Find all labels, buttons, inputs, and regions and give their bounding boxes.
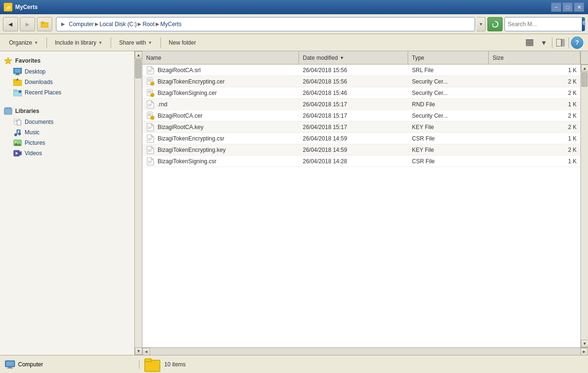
sort-arrow: ▼	[340, 56, 344, 60]
up-button[interactable]	[37, 17, 52, 31]
col-header-type[interactable]: Type	[408, 51, 489, 64]
svg-rect-61	[148, 113, 151, 114]
minimize-button[interactable]: −	[551, 2, 561, 12]
toolbar: Organize ▼ Include in library ▼ Share wi…	[0, 34, 588, 51]
table-row[interactable]: BizagiTokenEncrypting.cer 26/04/2018 15:…	[142, 76, 580, 87]
include-library-label: Include in library	[55, 39, 96, 46]
status-sidebar-computer[interactable]: Computer	[5, 360, 140, 369]
file-size-cell: 2 K	[489, 147, 580, 153]
svg-rect-26	[17, 120, 21, 125]
file-date-cell: 26/04/2018 15:17	[299, 124, 408, 131]
svg-rect-14	[13, 80, 22, 86]
file-date-cell: 26/04/2018 15:46	[299, 90, 408, 96]
file-type-cell: KEY File	[408, 147, 489, 153]
svg-rect-3	[526, 39, 533, 41]
include-library-button[interactable]: Include in library ▼	[51, 37, 107, 49]
h-scroll-left[interactable]: ◄	[142, 348, 150, 355]
file-name-cell: BizagiRootCA.key	[142, 123, 299, 131]
back-button[interactable]: ◄	[3, 17, 18, 31]
status-item-count: 10 items	[164, 361, 186, 368]
maximize-button[interactable]: □	[562, 2, 573, 12]
svg-rect-69	[148, 128, 152, 128]
search-box[interactable]: 🔍	[504, 17, 585, 31]
svg-rect-58	[148, 105, 152, 105]
table-row[interactable]: BizagiRootCA.cer 26/04/2018 15:17 Securi…	[142, 110, 580, 121]
file-scroll-down[interactable]: ▼	[581, 340, 588, 347]
file-name: BizagiTokenEncrypting.key	[158, 147, 225, 153]
sidebar-item-downloads[interactable]: Downloads	[0, 77, 134, 87]
col-header-size[interactable]: Size	[489, 51, 580, 64]
view-dropdown-button[interactable]: ▼	[538, 37, 550, 49]
header-scroll-spacer	[580, 51, 588, 64]
sidebar-item-pictures[interactable]: Pictures	[0, 138, 134, 148]
file-list-panel: Name Date modified ▼ Type Size	[142, 51, 588, 355]
sidebar-item-videos[interactable]: Videos	[0, 148, 134, 159]
sidebar-scroll-down[interactable]: ▼	[135, 347, 142, 355]
app-icon: 📁	[4, 3, 12, 11]
address-path[interactable]: ▶ Computer ▶ Local Disk (C:) ▶ Root ▶ My…	[56, 17, 475, 31]
sidebar-item-documents[interactable]: Documents	[0, 117, 134, 127]
organize-button[interactable]: Organize ▼	[5, 37, 43, 49]
sidebar-recent-places-label: Recent Places	[25, 89, 61, 96]
svg-rect-7	[556, 39, 561, 47]
table-row[interactable]: BizagiRootCA.srl 26/04/2018 15:56 SRL Fi…	[142, 65, 580, 76]
view-details-button[interactable]	[523, 37, 536, 49]
file-list-body[interactable]: BizagiRootCA.srl 26/04/2018 15:56 SRL Fi…	[142, 65, 580, 347]
sidebar-item-recent-places[interactable]: Recent Places	[0, 87, 134, 98]
file-list-body-wrap: BizagiRootCA.srl 26/04/2018 15:56 SRL Fi…	[142, 65, 588, 347]
include-library-arrow: ▼	[98, 40, 103, 45]
toolbar-separator-1	[47, 37, 47, 48]
path-dropdown-button[interactable]: ▼	[477, 17, 485, 31]
table-row[interactable]: BizagiTokenEncrypting.csr 26/04/2018 14:…	[142, 133, 580, 144]
col-header-date[interactable]: Date modified ▼	[299, 51, 408, 64]
refresh-icon	[491, 20, 499, 28]
toolbar-right: ▼ ?	[523, 37, 583, 49]
computer-icon	[5, 360, 15, 369]
table-row[interactable]: BizagiTokenSigning.csr 26/04/2018 14:28 …	[142, 156, 580, 167]
svg-rect-30	[17, 130, 20, 131]
close-button[interactable]: ✕	[574, 2, 584, 12]
path-mycerts[interactable]: MyCerts	[160, 21, 182, 28]
forward-button[interactable]: ►	[20, 17, 35, 31]
favorites-header[interactable]: Favorites	[0, 55, 134, 66]
help-button[interactable]: ?	[571, 37, 583, 49]
preview-icon	[556, 39, 565, 47]
svg-rect-87	[6, 362, 14, 366]
svg-rect-50	[148, 91, 151, 91]
svg-rect-42	[148, 72, 151, 72]
refresh-button[interactable]	[487, 17, 503, 31]
preview-pane-button[interactable]	[554, 37, 567, 49]
h-scroll-right[interactable]: ►	[580, 348, 588, 355]
search-input[interactable]	[505, 18, 582, 31]
sidebar-scroll-up[interactable]: ▲	[135, 51, 142, 59]
h-scrollbar[interactable]: ◄ ►	[142, 347, 588, 355]
toolbar-separator-3	[160, 37, 161, 48]
file-scroll-up[interactable]: ▲	[581, 65, 588, 72]
music-icon	[13, 129, 22, 136]
svg-rect-74	[148, 139, 152, 140]
file-list-scrollbar[interactable]: ▲ ▼	[580, 65, 588, 347]
table-row[interactable]: BizagiTokenEncrypting.key 26/04/2018 14:…	[142, 144, 580, 156]
sidebar-item-music[interactable]: Music	[0, 127, 134, 138]
file-name: .rnd	[158, 101, 168, 108]
toolbar-separator-2	[111, 37, 111, 48]
col-header-name[interactable]: Name	[142, 51, 299, 64]
table-row[interactable]: .rnd 26/04/2018 15:17 RND File 1 K	[142, 99, 580, 110]
libraries-header[interactable]: Libraries	[0, 105, 134, 117]
file-size-cell: 1 K	[489, 135, 580, 142]
path-computer[interactable]: Computer	[69, 21, 94, 28]
table-row[interactable]: BizagiTokenSigning.cer 26/04/2018 15:46 …	[142, 87, 580, 99]
file-size-cell: 2 K	[489, 90, 580, 96]
share-with-button[interactable]: Share with ▼	[115, 37, 157, 49]
sidebar-scrollbar[interactable]: ▲ ▼	[134, 51, 142, 355]
sidebar-item-desktop[interactable]: Desktop	[0, 66, 134, 77]
sidebar-desktop-label: Desktop	[25, 68, 46, 75]
file-date-cell: 26/04/2018 15:56	[299, 67, 408, 74]
details-view-icon	[526, 39, 533, 46]
toolbar-separator-4	[552, 37, 552, 48]
table-row[interactable]: BizagiRootCA.key 26/04/2018 15:17 KEY Fi…	[142, 121, 580, 133]
path-localdisk[interactable]: Local Disk (C:)	[100, 21, 137, 28]
path-root[interactable]: Root	[142, 21, 154, 28]
new-folder-button[interactable]: New folder	[165, 37, 200, 49]
search-button[interactable]: 🔍	[582, 18, 585, 31]
